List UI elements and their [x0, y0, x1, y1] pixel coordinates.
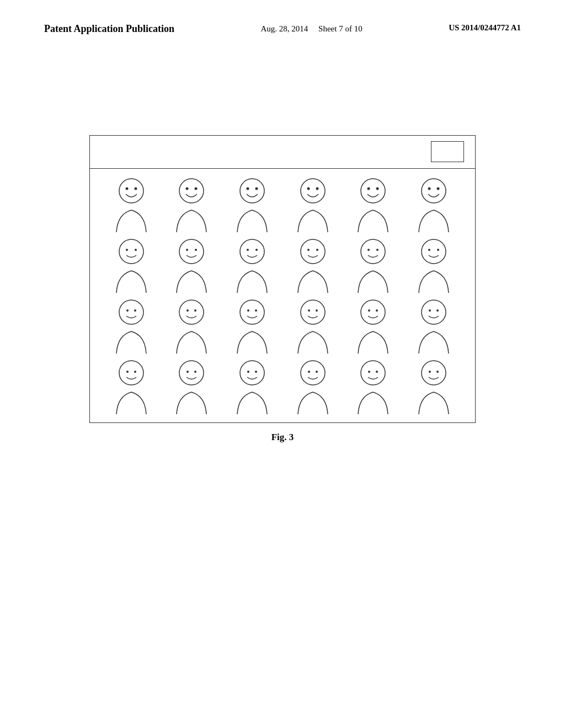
- figure-caption: Fig. 3: [271, 432, 294, 443]
- svg-point-40: [186, 309, 189, 312]
- svg-point-61: [247, 371, 249, 373]
- svg-point-8: [255, 188, 258, 190]
- svg-point-68: [376, 371, 378, 373]
- svg-point-64: [308, 371, 310, 373]
- svg-point-45: [301, 300, 325, 324]
- svg-point-15: [422, 179, 446, 203]
- person-4-1: [105, 356, 157, 417]
- person-3-5: [347, 296, 399, 356]
- svg-point-4: [186, 188, 189, 190]
- person-3-2: [166, 296, 218, 356]
- svg-point-57: [179, 361, 204, 385]
- svg-point-26: [255, 249, 258, 251]
- svg-point-43: [247, 309, 249, 312]
- svg-point-3: [179, 179, 204, 203]
- svg-point-53: [436, 309, 439, 312]
- person-3-1: [105, 296, 157, 356]
- svg-point-71: [436, 371, 439, 373]
- svg-point-50: [376, 309, 378, 312]
- person-1-4: [286, 174, 339, 235]
- svg-point-16: [428, 188, 431, 190]
- svg-point-51: [422, 300, 446, 324]
- persons-row-4: [101, 356, 464, 417]
- svg-point-56: [134, 371, 136, 373]
- svg-point-1: [125, 188, 128, 190]
- persons-row-2: [101, 235, 464, 296]
- svg-point-12: [361, 179, 385, 203]
- publication-date-sheet: Aug. 28, 2014 Sheet 7 of 10: [261, 22, 363, 35]
- svg-point-7: [247, 188, 249, 190]
- svg-point-14: [376, 188, 379, 190]
- svg-point-44: [255, 309, 257, 312]
- persons-row-1: [101, 174, 464, 235]
- svg-point-58: [186, 371, 189, 373]
- svg-point-5: [195, 188, 198, 190]
- svg-point-23: [195, 249, 197, 251]
- svg-point-62: [255, 371, 257, 373]
- person-2-5: [347, 235, 399, 296]
- person-4-4: [286, 356, 339, 417]
- svg-point-36: [119, 300, 143, 324]
- person-3-4: [286, 296, 339, 356]
- svg-point-41: [194, 309, 196, 312]
- person-1-5: [347, 174, 399, 235]
- person-1-1: [105, 174, 157, 235]
- svg-point-39: [179, 300, 204, 324]
- person-4-3: [226, 356, 279, 417]
- svg-point-48: [361, 300, 385, 324]
- person-1-2: [166, 174, 218, 235]
- svg-point-24: [240, 239, 264, 264]
- svg-point-46: [308, 309, 310, 312]
- svg-point-65: [316, 371, 318, 373]
- svg-point-70: [429, 371, 431, 373]
- person-2-2: [166, 235, 218, 296]
- svg-point-66: [361, 361, 385, 385]
- svg-point-60: [240, 361, 264, 385]
- svg-point-22: [186, 249, 188, 251]
- svg-point-52: [429, 309, 431, 312]
- person-2-3: [226, 235, 279, 296]
- svg-point-25: [247, 249, 249, 251]
- svg-point-31: [367, 249, 370, 251]
- svg-point-13: [367, 188, 370, 190]
- person-2-6: [408, 235, 460, 296]
- svg-point-6: [240, 179, 264, 203]
- svg-point-28: [307, 249, 310, 251]
- svg-point-55: [126, 371, 129, 373]
- person-2-1: [105, 235, 157, 296]
- figure-header-bar: [90, 136, 475, 169]
- svg-point-21: [179, 239, 204, 264]
- svg-point-69: [422, 361, 446, 385]
- svg-point-34: [428, 249, 430, 251]
- svg-point-35: [437, 249, 439, 251]
- svg-point-32: [376, 249, 379, 251]
- person-4-2: [166, 356, 218, 417]
- patent-number: US 2014/0244772 A1: [449, 22, 521, 34]
- svg-point-0: [119, 179, 143, 203]
- svg-point-19: [126, 249, 128, 251]
- svg-point-11: [316, 188, 318, 190]
- svg-point-33: [422, 239, 446, 264]
- page-header: Patent Application Publication Aug. 28, …: [0, 0, 565, 47]
- person-3-6: [408, 296, 460, 356]
- svg-point-67: [368, 371, 370, 373]
- svg-point-2: [134, 188, 137, 190]
- svg-point-42: [240, 300, 264, 324]
- svg-point-47: [316, 309, 318, 312]
- svg-point-59: [194, 371, 196, 373]
- svg-point-10: [307, 188, 310, 190]
- svg-point-18: [119, 239, 143, 264]
- svg-point-29: [316, 249, 318, 251]
- person-4-6: [408, 356, 460, 417]
- persons-row-3: [101, 296, 464, 356]
- svg-point-38: [134, 309, 136, 312]
- person-2-4: [286, 235, 339, 296]
- person-3-3: [226, 296, 279, 356]
- svg-point-27: [301, 239, 325, 264]
- svg-point-37: [126, 309, 129, 312]
- figure-box: [89, 135, 476, 423]
- svg-point-30: [361, 239, 385, 264]
- publication-label: Patent Application Publication: [44, 22, 174, 36]
- person-1-6: [408, 174, 460, 235]
- figure-caption-bold: Fig. 3: [271, 432, 294, 442]
